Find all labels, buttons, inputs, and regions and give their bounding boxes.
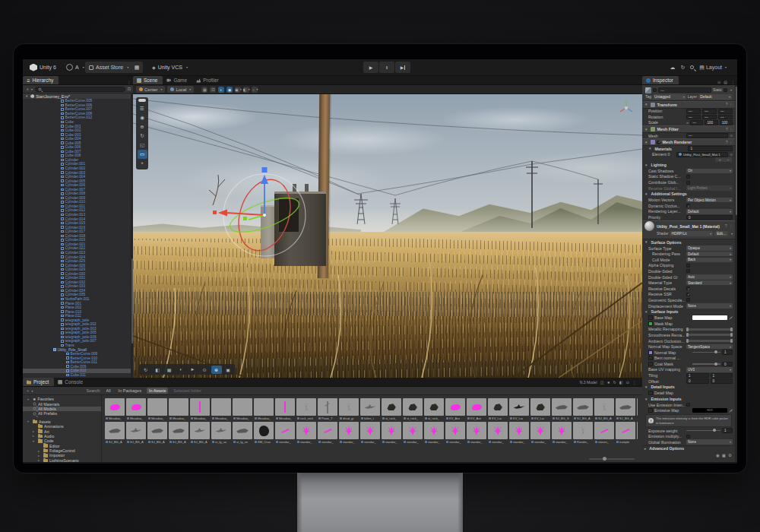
active-checkbox[interactable] — [653, 88, 657, 92]
inspector-row[interactable]: Normal Map Space TangentSpace▾ TangentSp… — [642, 344, 735, 350]
value-field-2[interactable]: 1 — [711, 373, 733, 378]
inspector-row[interactable]: Displacement Mode None▾ — [642, 303, 735, 309]
orientation-dropdown[interactable]: Local▾ — [167, 86, 194, 93]
inspector-row[interactable]: Double-Sided ▾ — [642, 268, 735, 274]
audio-toggle[interactable]: ◉ — [226, 87, 233, 93]
asset-item[interactable]: Meadow_ — [147, 398, 167, 420]
value-field[interactable]: 1 — [722, 428, 733, 433]
eyedropper-icon[interactable] — [729, 409, 733, 413]
unity-menu-button[interactable]: Unity 6 — [26, 62, 60, 73]
asset-item[interactable]: Powe_T — [318, 398, 337, 420]
inspector-row[interactable]: Metallic Remapping ▾ — [642, 327, 735, 333]
gizmo-x-handle[interactable] — [213, 211, 217, 214]
preview-sphere-icon[interactable]: ◉ — [716, 453, 720, 458]
transform-tool[interactable]: ⌖ — [138, 159, 147, 168]
help-icon[interactable]: ? — [726, 128, 728, 131]
dropdown[interactable]: Auto▾ — [686, 274, 733, 280]
inspector-row[interactable]: Contribute Glob... ▾ — [642, 179, 735, 185]
asset-item[interactable]: SJ_BG_A — [105, 422, 125, 444]
help-icon[interactable]: ? — [726, 103, 728, 106]
asset-item[interactable]: trample — [637, 422, 638, 444]
transform-gizmo[interactable] — [133, 94, 642, 378]
asset-item[interactable]: standar_ — [296, 422, 316, 444]
inspector-row[interactable]: Bent normal ... ▾ — [642, 356, 735, 362]
asset-item[interactable]: standar_ — [382, 422, 401, 444]
inspector-row[interactable]: Mask Map ▾ — [642, 321, 735, 327]
add-material-button[interactable]: ＋ — [718, 157, 722, 162]
checkbox[interactable] — [686, 181, 690, 185]
grid-snap-toggle[interactable]: ▦ — [201, 87, 207, 93]
asset-item[interactable]: Meadow_ — [126, 398, 146, 420]
asset-item[interactable]: SJ_BG_A — [190, 422, 210, 444]
dropdown[interactable]: Opaque▾ — [686, 245, 733, 251]
pos-y-field[interactable]: — — [702, 109, 717, 114]
visibility-icon[interactable]: ◧ — [619, 380, 623, 385]
grid-tool[interactable]: ◧ — [152, 366, 163, 374]
gizmo-z-axis[interactable] — [249, 215, 264, 220]
rotate-tool[interactable]: ↻ — [138, 131, 147, 141]
create-asset-button[interactable]: ＋▾ — [26, 388, 33, 394]
scene-viewport[interactable]: ☰ ◉ ⊕ ↻ ◱ ▭ ⌖ — [133, 94, 642, 378]
play-button[interactable]: ▶ — [363, 62, 378, 73]
search-scope-chip[interactable]: In Packages — [116, 388, 144, 394]
snap-tool[interactable]: ↻ — [141, 366, 151, 374]
emission-inputs-header[interactable]: ▼Emission Inputs — [642, 396, 735, 402]
thumbnail-size-slider[interactable] — [589, 458, 635, 460]
pos-z-field[interactable]: — — [718, 109, 733, 114]
cloud-icon[interactable]: ☁ — [670, 65, 675, 71]
lighting-toggle[interactable]: ◐ — [218, 87, 224, 93]
dropdown[interactable]: Back▾ — [686, 258, 733, 263]
mesh-renderer-header[interactable]: ▼✓Mesh Renderer?⋮ — [642, 138, 735, 146]
materials-foldout[interactable]: ▼Materials1 — [642, 146, 735, 152]
inspector-row[interactable]: Dynamic Occlus... ▾ — [642, 203, 735, 209]
asset-item[interactable]: Meadow_ — [190, 398, 210, 420]
edit-shader-button[interactable]: Edit... — [714, 231, 728, 236]
asset-item[interactable]: standar_ — [275, 422, 295, 444]
inspector-row[interactable]: Rendering Layer... Default▾ Default — [642, 209, 735, 215]
hdr-color-swatch[interactable]: HDR — [692, 408, 727, 413]
inspector-row[interactable]: Priority 0▾ 0 — [642, 214, 735, 220]
inspector-row[interactable]: Base UV mapping UV0▾ UV0 — [642, 367, 735, 373]
inspector-row[interactable]: Normal Map 1▾ 1 — [642, 350, 735, 356]
rect-tool[interactable]: ▭ — [138, 150, 147, 159]
asset-item[interactable]: standar_ — [445, 422, 465, 444]
overlay-menu-tool[interactable]: ☰ — [138, 104, 147, 113]
search-scope-chip[interactable]: In Assets — [147, 388, 168, 394]
asset-item[interactable]: stones_ — [594, 422, 614, 444]
inspector-menu-icon[interactable]: ⋮ — [729, 80, 737, 84]
scale-z-field[interactable]: 100 — [720, 120, 733, 125]
rot-x-field[interactable]: — — [686, 115, 701, 120]
asset-item[interactable]: standar_ — [360, 422, 380, 444]
gizmo-xz-plane-handle[interactable] — [262, 167, 268, 173]
checkbox[interactable] — [686, 175, 690, 179]
texture-slot[interactable] — [648, 362, 653, 366]
object-name-field[interactable]: — — [658, 87, 711, 93]
asset-item[interactable]: standar_ — [509, 422, 529, 444]
asset-item[interactable]: SJ_BG_A — [637, 398, 638, 420]
asset-item[interactable]: Meadow_ — [275, 398, 295, 420]
menu-dots-icon[interactable]: ⋮ — [730, 224, 733, 228]
asset-store-button[interactable]: Asset Store▾ — [85, 62, 132, 73]
texture-slot[interactable] — [648, 356, 653, 360]
asset-item[interactable]: SM_Cran — [254, 422, 274, 444]
tab-inspector[interactable]: Inspector — [642, 76, 679, 84]
menu-dots-icon[interactable]: ⋮ — [730, 103, 733, 106]
dropdown[interactable]: On▾ — [686, 169, 733, 174]
dropdown[interactable]: Default▾ — [686, 252, 733, 257]
surface-inputs-header[interactable]: ▼Surface Inputs — [642, 309, 735, 315]
undo-history-icon[interactable]: ↻ — [680, 65, 685, 71]
rot-y-field[interactable]: — — [702, 115, 717, 120]
step-button[interactable]: ▶ — [395, 62, 410, 73]
pause-button[interactable]: ‖ — [379, 62, 394, 73]
view-tool[interactable]: ◉ — [138, 113, 147, 122]
effects-toggle[interactable]: ▣▾ — [235, 87, 241, 93]
inspector-row[interactable]: Emission multiply... ▾ — [642, 433, 735, 439]
slider[interactable] — [686, 430, 720, 432]
gizmos-dropdown[interactable]: ☼▾ — [252, 87, 258, 93]
inspector-row[interactable]: Detail Map — [642, 390, 735, 396]
remove-material-button[interactable]: − — [727, 157, 730, 162]
inspector-row[interactable]: Tiling 1▾ 1 1 — [642, 372, 735, 378]
menu-dots-icon[interactable]: ⋮ — [632, 380, 636, 385]
scale-y-field[interactable]: 100 — [705, 120, 717, 125]
slider[interactable] — [692, 352, 720, 353]
